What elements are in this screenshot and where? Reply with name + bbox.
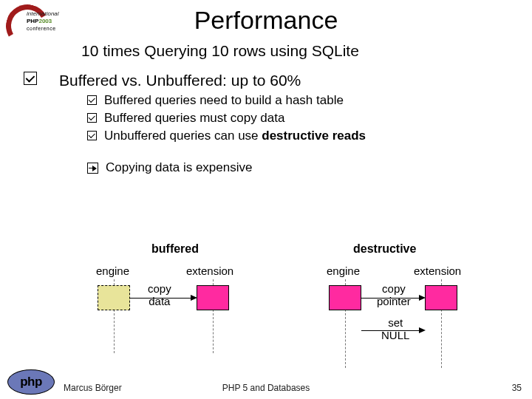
diagram-area: buffered destructive engine extension en… — [0, 242, 532, 361]
conclusion-bullet: Copying data is expensive — [87, 160, 532, 175]
label-set-null: set NULL — [381, 316, 409, 341]
engine-dashed-box — [98, 285, 130, 310]
main-bullet: Buffered vs. Unbuffered: up to 60% — [24, 72, 532, 89]
checkbox-icon — [87, 113, 97, 123]
slide-title: Performance — [0, 6, 532, 35]
slide-subtitle: 10 times Querying 10 rows using SQLite — [81, 42, 532, 60]
checkbox-icon — [87, 95, 97, 105]
sub-bullet-text: Buffered queries need to build a hash ta… — [104, 92, 344, 109]
logo-line3: conference — [27, 25, 59, 33]
sub-bullet-text: Unbuffered queries can use destructive r… — [104, 128, 366, 144]
conference-logo: international PHP2003 conference — [6, 4, 72, 49]
footer-title: PHP 5 and Databases — [0, 383, 532, 393]
checkbox-icon — [87, 131, 97, 140]
logo-line2: PHP2003 — [27, 18, 59, 25]
conclusion-text: Copying data is expensive — [106, 160, 252, 175]
sub-bullet-text: Buffered queries must copy data — [104, 110, 284, 126]
checkbox-icon — [24, 72, 37, 85]
extension-box — [197, 285, 229, 310]
sub-bullet: Unbuffered queries can use destructive r… — [87, 128, 532, 144]
arrow-box-icon — [87, 163, 98, 174]
label-copy-pointer: copy pointer — [377, 282, 411, 307]
diagram-heading-buffered: buffered — [151, 242, 199, 256]
logo-text: international PHP2003 conference — [27, 10, 59, 33]
label-engine: engine — [96, 265, 129, 277]
label-extension: extension — [414, 265, 461, 277]
label-copy-data: copy data — [148, 282, 171, 307]
extension-box — [425, 285, 457, 310]
diagram-heading-destructive: destructive — [353, 242, 416, 256]
sub-bullet: Buffered queries must copy data — [87, 110, 532, 126]
sub-bullet: Buffered queries need to build a hash ta… — [87, 92, 532, 109]
label-engine: engine — [327, 265, 360, 277]
engine-box — [329, 285, 361, 310]
main-bullet-text: Buffered vs. Unbuffered: up to 60% — [59, 72, 301, 89]
sub-bullet-list: Buffered queries need to build a hash ta… — [87, 92, 532, 144]
label-extension: extension — [186, 265, 233, 277]
logo-line1: international — [27, 10, 59, 18]
footer-page-number: 35 — [512, 383, 522, 393]
